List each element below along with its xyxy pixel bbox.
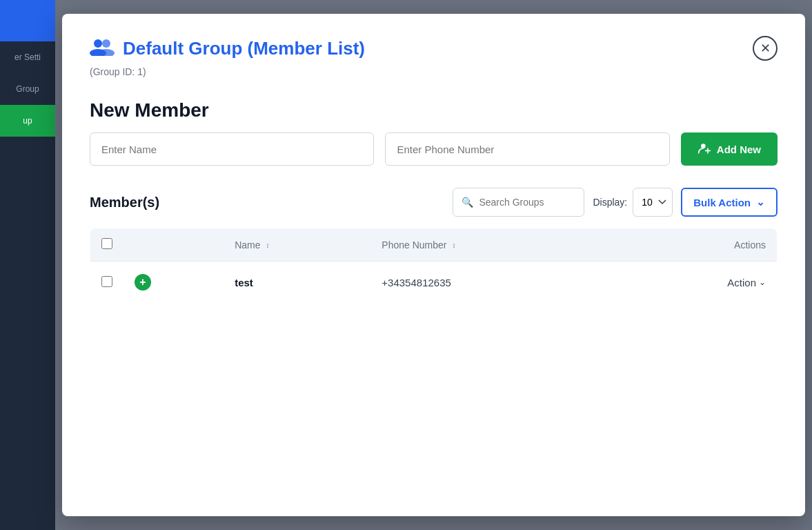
members-section: Member(s) 🔍 Display: 10 25 50 Bulk Actio…: [90, 188, 778, 304]
members-table: Name ↕ Phone Number ↕ Actions +: [90, 228, 778, 304]
row-status-cell: +: [123, 262, 224, 304]
table-header: Name ↕ Phone Number ↕ Actions: [90, 228, 778, 262]
svg-point-1: [102, 39, 110, 48]
row-action-cell: Action ⌄: [620, 262, 778, 304]
display-select[interactable]: 10 25 50: [633, 188, 673, 217]
bulk-action-button[interactable]: Bulk Action ⌄: [681, 188, 778, 217]
sidebar-item-group[interactable]: Group: [0, 73, 55, 105]
modal-title: Default Group (Member List): [123, 38, 365, 59]
sidebar: er Setti Group up: [0, 0, 55, 530]
group-id: (Group ID: 1): [90, 66, 778, 77]
phone-col-header: Phone Number ↕: [370, 228, 619, 262]
close-button[interactable]: ✕: [753, 36, 778, 61]
close-icon: ✕: [760, 42, 771, 55]
add-person-icon: [697, 141, 711, 157]
name-input[interactable]: [90, 132, 374, 166]
select-all-checkbox[interactable]: [101, 238, 112, 249]
search-input[interactable]: [479, 197, 575, 208]
svg-point-4: [701, 144, 706, 148]
action-button[interactable]: Action ⌄: [727, 277, 766, 288]
new-member-title: New Member: [90, 99, 778, 121]
status-icon: +: [135, 274, 151, 291]
status-col-header: [123, 228, 224, 262]
member-list-modal: Default Group (Member List) ✕ (Group ID:…: [62, 14, 805, 516]
table-body: + test +34354812635 Action ⌄: [90, 262, 778, 304]
action-chevron-icon: ⌄: [759, 277, 766, 287]
row-checkbox[interactable]: [101, 276, 112, 287]
modal-title-group: Default Group (Member List): [90, 37, 365, 61]
controls-right: 🔍 Display: 10 25 50 Bulk Action ⌄: [453, 188, 778, 217]
name-col-header: Name ↕: [224, 228, 370, 262]
bulk-action-label: Bulk Action: [693, 197, 751, 208]
members-controls: Member(s) 🔍 Display: 10 25 50 Bulk Actio…: [90, 188, 778, 217]
new-member-form: Add New: [90, 132, 778, 166]
row-checkbox-cell: [90, 262, 124, 304]
search-box: 🔍: [453, 188, 584, 217]
chevron-down-icon: ⌄: [756, 196, 765, 208]
sidebar-item-up[interactable]: up: [0, 105, 55, 137]
select-all-cell: [90, 228, 124, 262]
svg-point-0: [94, 39, 102, 48]
actions-col-header: Actions: [620, 228, 778, 262]
sidebar-top: [0, 0, 55, 41]
members-label: Member(s): [90, 195, 159, 210]
search-icon: 🔍: [462, 197, 473, 208]
add-new-button[interactable]: Add New: [681, 132, 778, 166]
modal-header: Default Group (Member List) ✕: [90, 36, 778, 61]
group-icon: [90, 37, 115, 61]
phone-input[interactable]: [385, 132, 669, 166]
action-label: Action: [727, 277, 756, 288]
table-row: + test +34354812635 Action ⌄: [90, 262, 778, 304]
row-phone-cell: +34354812635: [370, 262, 619, 304]
phone-sort-icon[interactable]: ↕: [452, 242, 455, 249]
member-name: test: [235, 277, 253, 288]
name-sort-icon[interactable]: ↕: [266, 242, 269, 249]
add-new-label: Add New: [717, 144, 761, 155]
sidebar-item-settings[interactable]: er Setti: [0, 41, 55, 73]
display-label: Display:: [593, 197, 627, 208]
display-group: Display: 10 25 50: [593, 188, 673, 217]
row-name-cell: test: [224, 262, 370, 304]
